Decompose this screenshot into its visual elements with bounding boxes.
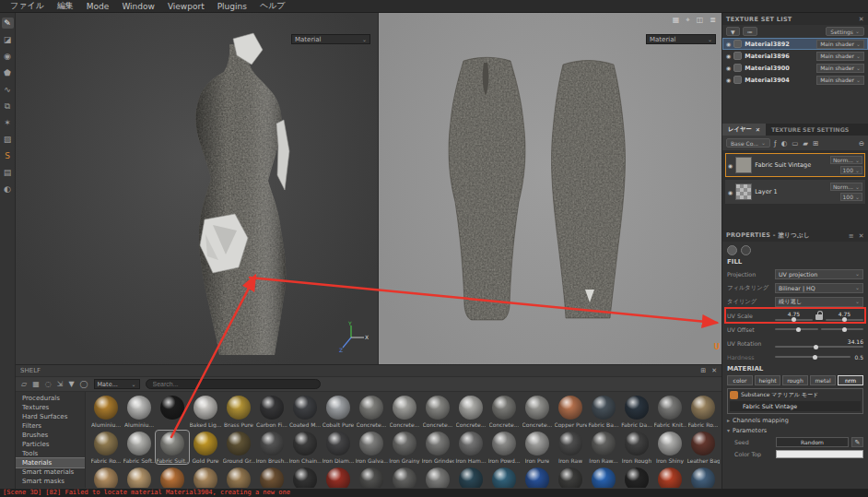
material-item-concrete[interactable]: Concrete... (521, 395, 554, 428)
texture-set-row[interactable]: ◉Material3900Main shader⌄ (722, 62, 868, 74)
visibility-icon[interactable]: ◉ (726, 41, 731, 47)
menu-icon[interactable]: ≡ (849, 232, 854, 240)
category-smart-masks[interactable]: Smart masks (16, 477, 85, 486)
texture-set-row[interactable]: ◉Material3892Main shader⌄ (722, 38, 868, 50)
filter-icon[interactable]: ▼ (726, 27, 740, 36)
material-picker-icon[interactable]: ✶ (2, 117, 14, 128)
channel-nrm-button[interactable]: nrm (838, 375, 863, 385)
projection-tool-icon[interactable]: ◉ (2, 51, 14, 62)
material-item[interactable] (587, 467, 620, 488)
visibility-icon[interactable]: ◉ (728, 189, 733, 195)
channel-metal-button[interactable]: metal (810, 375, 836, 385)
category-particles[interactable]: Particles (16, 440, 85, 449)
texture-set-row[interactable]: ◉Material3896Main shader⌄ (722, 50, 868, 62)
material-item-cobalt-pure[interactable]: Cobalt Pure (322, 395, 355, 428)
stencil-mode-icon[interactable] (741, 245, 751, 255)
resource-type-dropdown[interactable]: Mate... ⌄ (94, 379, 140, 389)
material-item-iron-powd[interactable]: Iron Powd... (487, 431, 521, 464)
material-item-fabric-soft[interactable]: Fabric Soft... (123, 431, 156, 464)
search-input[interactable] (146, 379, 321, 389)
material-item[interactable] (620, 467, 653, 488)
hide-names-icon[interactable]: ◌ (45, 380, 52, 388)
axis-gizmo[interactable]: Y X Z (335, 320, 369, 353)
material-item-fabric-ro[interactable]: Fabric Ro... (686, 395, 720, 428)
material-item[interactable] (521, 467, 554, 488)
material-item-fabric-suit[interactable]: Fabric Suit... (156, 431, 189, 464)
material-item[interactable] (89, 467, 123, 488)
opacity-dropdown[interactable]: 100⌄ (840, 193, 862, 201)
viewport-2d[interactable]: ▦⌖◫≣ Material ⌄ U (378, 13, 721, 364)
material-item-iron-ham[interactable]: Iron Ham... (454, 431, 487, 464)
paint-tool-icon[interactable]: ✎ (2, 18, 14, 29)
assigned-material-name[interactable]: Fabric Suit Vintage (730, 401, 861, 411)
viewport3d-material-dropdown[interactable]: Material ⌄ (291, 34, 370, 44)
clone-tool-icon[interactable]: ⧉ (2, 101, 14, 112)
material-item[interactable] (355, 467, 388, 488)
category-materials[interactable]: Materials (16, 458, 85, 467)
material-item-concrete[interactable]: Concrete... (454, 395, 487, 428)
menu-item-item[interactable]: ヘルプ (253, 0, 292, 12)
display-mode-icon[interactable]: ▦ (673, 16, 680, 25)
channels-mapping-toggle[interactable]: ▸ Channels mapping (727, 417, 863, 424)
material-item[interactable] (156, 395, 189, 428)
material-item-iron-diam[interactable]: Iron Diam... (322, 431, 355, 464)
material-item-iron-raw[interactable]: Iron Raw (554, 431, 587, 464)
shader-dropdown[interactable]: Main shader⌄ (816, 76, 864, 85)
material-item-concrete[interactable]: Concrete... (421, 395, 454, 428)
uv-scale-lock-icon[interactable] (815, 314, 823, 320)
material-item-baked-lig[interactable]: Baked Lig... (189, 395, 222, 428)
material-item-coated-m[interactable]: Coated M... (288, 395, 322, 428)
list-view-icon[interactable]: ≔ (743, 27, 757, 36)
channel-color-button[interactable]: color (727, 375, 753, 385)
visibility-icon[interactable]: ◉ (726, 65, 731, 71)
channel-rough-button[interactable]: rough (782, 375, 808, 385)
material-item-iron-galva[interactable]: Iron Galva... (355, 431, 388, 464)
uv-rotation-slider[interactable]: 34.16 (775, 338, 863, 348)
material-item[interactable] (123, 467, 156, 488)
close-icon[interactable]: ✕ (711, 367, 717, 374)
close-icon[interactable]: ✕ (859, 16, 864, 23)
add-layer-icon[interactable]: ⊞ (813, 139, 818, 148)
blend-mode-dropdown[interactable]: Norm...⌄ (830, 156, 862, 164)
category-tools[interactable]: Tools (16, 449, 85, 458)
projection-dropdown[interactable]: UV projection ⌄ (775, 269, 863, 279)
material-item-concrete[interactable]: Concrete... (355, 395, 388, 428)
smudge-tool-icon[interactable]: ∿ (2, 84, 14, 95)
category-brushes[interactable]: Brushes (16, 431, 85, 440)
material-item[interactable] (454, 467, 487, 488)
live-search-icon[interactable]: ◯ (80, 380, 88, 388)
material-item-fabric-ro[interactable]: Fabric Ro... (89, 431, 123, 464)
visibility-icon[interactable]: ◉ (728, 162, 733, 169)
close-icon[interactable]: ✕ (859, 232, 864, 240)
shader-dropdown[interactable]: Main shader⌄ (816, 64, 864, 73)
close-icon[interactable]: ✕ (756, 126, 760, 133)
channel-filter-dropdown[interactable]: Base Co... ⌄ (726, 138, 770, 148)
viewport-3d[interactable]: Material ⌄ Y X Z (16, 13, 378, 364)
material-mode-icon[interactable] (727, 245, 737, 255)
menu-item-plugins[interactable]: Plugins (211, 2, 253, 11)
material-item-aluminiu[interactable]: Aluminiu... (89, 395, 123, 428)
category-procedurals[interactable]: Procedurals (16, 394, 85, 403)
import-resources-icon[interactable]: ⇲ (57, 380, 64, 388)
material-item[interactable] (156, 467, 189, 488)
material-item[interactable] (487, 467, 521, 488)
category-smart-materials[interactable]: Smart materials (16, 467, 85, 477)
uv-scale-y-slider[interactable]: 4.75 (826, 311, 863, 321)
uv-island-back[interactable] (551, 61, 625, 319)
material-item[interactable] (322, 467, 355, 488)
camera-icon[interactable]: ⌖ (686, 16, 690, 25)
material-item-iron-pure[interactable]: Iron Pure (521, 431, 554, 464)
pencil-icon[interactable]: ✎ (851, 437, 863, 447)
hardness-slider[interactable]: 0.5 (775, 354, 863, 361)
resources-icon[interactable]: ▤ (2, 167, 14, 178)
menu-item-viewport[interactable]: Viewport (161, 2, 211, 11)
eraser-tool-icon[interactable]: ◪ (2, 34, 14, 45)
material-item-iron-chain[interactable]: Iron Chain... (288, 431, 322, 464)
material-item-brass-pure[interactable]: Brass Pure (222, 395, 255, 428)
material-item-leather-bag[interactable]: Leather Bag (686, 431, 720, 464)
menu-item-mode[interactable]: Mode (80, 2, 116, 11)
material-item-iron-grinded[interactable]: Iron Grinded (421, 431, 454, 464)
material-item-iron-rough[interactable]: Iron Rough (620, 431, 653, 464)
material-item-copper-pure[interactable]: Copper Pure (554, 395, 587, 428)
material-box[interactable]: Substance マテリアル モード Fabric Suit Vintage (727, 388, 863, 414)
